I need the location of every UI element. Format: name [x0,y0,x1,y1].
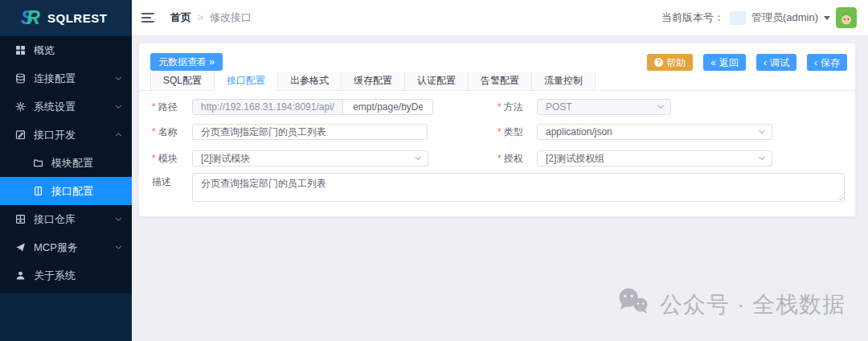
required-mark: * [497,101,502,113]
sidebar-item-label: 连接配置 [34,72,76,86]
sidebar-menu: 概览 连接配置 系统设置 接口开发 [0,36,132,294]
sidebar-item-label: 接口仓库 [34,212,76,227]
tab-bar: SQL配置 接口配置 出参格式 缓存配置 认证配置 告警配置 流量控制 [139,72,855,91]
save-button[interactable]: ‹ 保存 [807,54,847,71]
chevron-down-icon [115,75,122,82]
sidebar-item-label: 接口开发 [34,128,76,142]
type-label: *类型 [497,124,523,140]
file-icon [32,186,43,197]
name-label: *名称 [152,124,178,140]
sidebar-item-overview[interactable]: 概览 [0,36,132,64]
method-label: *方法 [497,99,523,115]
sidebar-item-module-config[interactable]: 模块配置 [0,149,132,177]
sidebar-item-api-config[interactable]: 接口配置 [0,177,132,205]
debug-button[interactable]: ‹ 调试 [756,54,796,71]
chevron-left-icon: ‹ [814,58,817,68]
breadcrumb-current: 修改接口 [210,10,252,25]
double-arrow-left-icon: « [710,58,716,68]
sidebar-item-label: 关于系统 [34,269,76,283]
debug-label: 调试 [770,58,789,68]
required-mark: * [497,126,502,138]
required-mark: * [152,126,156,138]
sidebar-item-label: 概览 [34,43,55,58]
name-input[interactable] [192,124,428,140]
module-value: [2]测试模块 [201,152,250,166]
sidebar-item-connection-config[interactable]: 连接配置 [0,64,132,92]
grid-icon [14,45,26,56]
chevron-down-icon [115,244,122,251]
auth-label: *授权 [497,150,523,166]
chevron-down-icon [758,154,766,162]
description-textarea[interactable]: 分页查询指定部门的员工列表 [192,173,845,202]
metadata-view-label: 元数据查看 » [158,57,215,67]
tab-alert-config[interactable]: 告警配置 [469,72,532,90]
description-label: 描述 [152,174,171,190]
app-title: SQLREST [47,11,107,25]
archive-icon [14,214,26,225]
version-label: 当前版本号： [661,10,724,25]
breadcrumb: 首页 > 修改接口 [170,10,252,25]
caret-down-icon [824,16,830,20]
main-content: 元数据查看 » ? 帮助 « 返回 ‹ 调试 ‹ 保存 SQL配置 接口配置 出 [132,36,868,341]
card-actions: ? 帮助 « 返回 ‹ 调试 ‹ 保存 [647,54,847,71]
tab-output-format[interactable]: 出参格式 [278,72,342,90]
chevron-up-icon [115,131,122,138]
chevron-down-icon [758,128,766,136]
tab-cache-config[interactable]: 缓存配置 [342,72,405,90]
tab-auth-config[interactable]: 认证配置 [405,72,469,90]
metadata-view-button[interactable]: 元数据查看 » [150,53,223,71]
tab-api-config[interactable]: 接口配置 [215,72,278,91]
path-input[interactable] [343,100,432,114]
chevron-down-icon [414,154,422,162]
method-select[interactable]: POST [537,99,671,115]
sidebar-item-label: 系统设置 [34,100,76,114]
description-field-wrap: 分页查询指定部门的员工列表 [192,173,845,202]
help-button[interactable]: ? 帮助 [647,54,693,71]
save-label: 保存 [821,58,840,68]
question-circle-icon: ? [654,58,663,67]
method-value: POST [546,101,572,113]
wechat-icon [616,287,650,322]
sidebar-item-system-settings[interactable]: 系统设置 [0,92,132,121]
path-label: *路径 [152,99,178,115]
tab-flow-control[interactable]: 流量控制 [532,72,596,90]
topbar: 首页 > 修改接口 当前版本号： 管理员(admin) [132,0,868,36]
breadcrumb-separator: > [198,12,203,23]
module-select[interactable]: [2]测试模块 [192,150,428,166]
logo-mark-icon: SR [21,9,40,27]
sidebar-item-label: MCP服务 [34,240,78,255]
api-config-card: 元数据查看 » ? 帮助 « 返回 ‹ 调试 ‹ 保存 SQL配置 接口配置 出 [138,43,856,217]
folder-icon [32,158,43,169]
type-value: application/json [546,126,612,138]
back-button[interactable]: « 返回 [703,54,746,71]
chevron-down-icon [115,103,122,110]
app-logo: SR SQLREST [0,0,132,36]
watermark: 公众号 · 全栈数据 [616,287,845,322]
sidebar-item-api-repository[interactable]: 接口仓库 [0,205,132,233]
sidebar-item-about-system[interactable]: 关于系统 [0,261,132,290]
auth-select[interactable]: [2]测试授权组 [537,150,772,166]
send-icon [14,242,26,253]
chevron-left-icon: ‹ [764,58,767,68]
watermark-text: 公众号 · 全栈数据 [660,290,845,320]
tab-sql-config[interactable]: SQL配置 [150,72,215,90]
type-select[interactable]: application/json [537,124,772,140]
required-mark: * [152,101,156,113]
sidebar-item-mcp-service[interactable]: MCP服务 [0,233,132,261]
module-label: *模块 [152,150,178,166]
version-badge [730,11,746,25]
gear-icon [14,101,26,113]
help-label: 帮助 [666,58,686,68]
edit-icon [14,129,26,141]
breadcrumb-home[interactable]: 首页 [170,10,191,25]
user-menu[interactable]: 管理员(admin) [751,10,818,25]
back-label: 返回 [719,58,739,68]
auth-value: [2]测试授权组 [546,152,604,166]
avatar[interactable] [836,7,857,28]
sidebar-item-api-development[interactable]: 接口开发 [0,121,132,149]
path-input-group: http://192.168.31.194:8091/api/ [192,99,433,115]
sidebar-item-label: 模块配置 [51,156,93,170]
menu-toggle-icon[interactable] [141,13,154,23]
topbar-right: 当前版本号： 管理员(admin) [661,7,857,28]
chevron-down-icon [115,216,122,223]
